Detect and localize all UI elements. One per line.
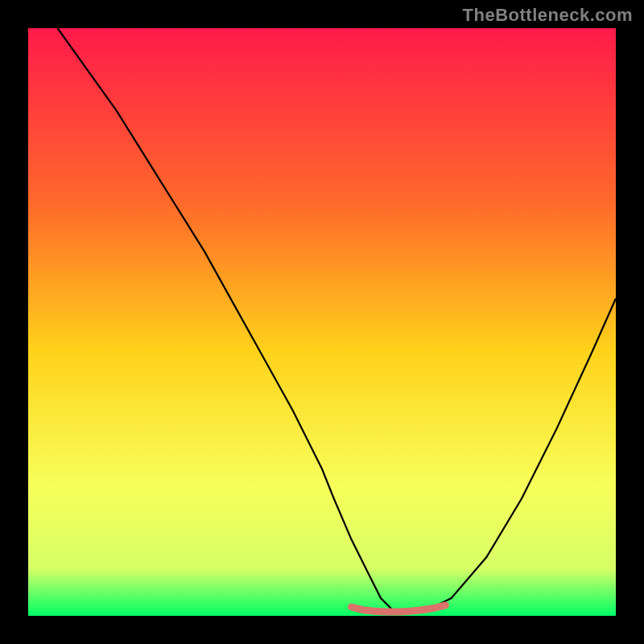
gradient-background xyxy=(28,28,616,616)
bottleneck-chart xyxy=(0,0,644,644)
watermark-label: TheBottleneck.com xyxy=(463,5,633,26)
chart-frame: TheBottleneck.com xyxy=(0,0,644,644)
